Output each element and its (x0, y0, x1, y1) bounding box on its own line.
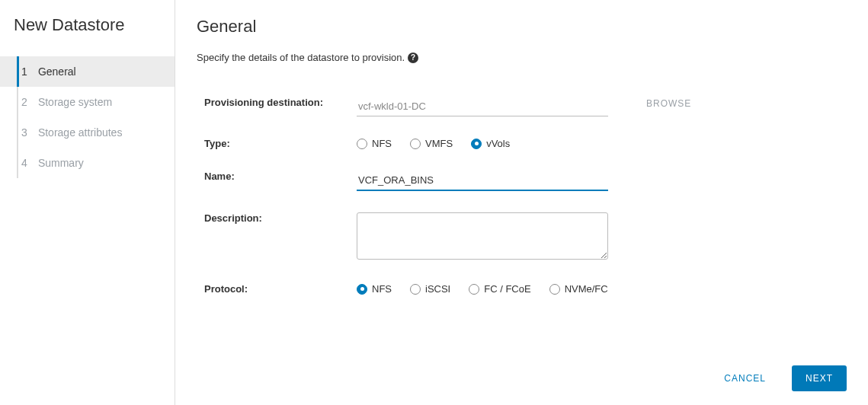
radio-icon (410, 139, 421, 149)
row-destination: Provisioning destination: BROWSE (197, 86, 847, 127)
radio-label: NVMe/FC (565, 283, 608, 295)
radio-icon (469, 284, 479, 295)
radio-label: NFS (372, 283, 392, 295)
radio-icon (410, 284, 421, 295)
step-general[interactable]: 1 General (0, 56, 175, 87)
row-description: Description: (197, 202, 847, 273)
step-storage-attributes[interactable]: 3 Storage attributes (0, 117, 175, 148)
radio-label: FC / FCoE (484, 283, 530, 295)
step-label: Storage attributes (38, 126, 123, 139)
radio-label: NFS (372, 138, 392, 149)
wizard-sidebar: New Datastore 1 General 2 Storage system… (0, 0, 175, 405)
step-num: 3 (21, 126, 32, 139)
step-num: 4 (21, 157, 32, 169)
radio-label: iSCSI (425, 283, 450, 295)
page-title: General (197, 17, 847, 37)
wizard-steps: 1 General 2 Storage system 3 Storage att… (0, 56, 175, 178)
step-num: 2 (21, 96, 32, 108)
name-input[interactable] (357, 171, 608, 191)
radio-icon (357, 139, 367, 149)
protocol-radio-nvme-fc[interactable]: NVMe/FC (549, 283, 608, 295)
radio-icon (471, 139, 482, 149)
protocol-radio-iscsi[interactable]: iSCSI (410, 283, 450, 295)
label-name: Name: (197, 171, 357, 182)
browse-button[interactable]: BROWSE (646, 98, 691, 109)
form: Provisioning destination: BROWSE Type: N… (197, 86, 847, 355)
help-icon[interactable]: ? (408, 53, 418, 63)
type-radio-nfs[interactable]: NFS (357, 138, 392, 149)
type-radio-group: NFS VMFS vVols (357, 138, 616, 149)
wizard-footer: CANCEL NEXT (197, 355, 847, 391)
protocol-radio-fc-fcoe[interactable]: FC / FCoE (469, 283, 530, 295)
row-type: Type: NFS VMFS vVols (197, 127, 847, 160)
type-radio-vvols[interactable]: vVols (471, 138, 510, 149)
cancel-button[interactable]: CANCEL (710, 365, 780, 391)
row-protocol: Protocol: NFS iSCSI FC / FCo (197, 273, 847, 305)
row-name: Name: (197, 160, 847, 202)
step-num: 1 (21, 65, 32, 78)
step-label: Summary (38, 157, 84, 169)
step-label: Storage system (38, 96, 112, 108)
radio-label: VMFS (425, 138, 453, 149)
label-destination: Provisioning destination: (197, 97, 357, 108)
radio-icon (549, 284, 560, 295)
main-panel: General Specify the details of the datas… (175, 0, 868, 405)
label-type: Type: (197, 138, 357, 149)
page-subtitle: Specify the details of the datastore to … (197, 52, 847, 63)
wizard-title: New Datastore (0, 15, 175, 56)
destination-input[interactable] (357, 97, 608, 116)
radio-label: vVols (486, 138, 510, 149)
label-description: Description: (197, 212, 357, 224)
next-button[interactable]: NEXT (792, 365, 847, 391)
description-textarea[interactable] (357, 212, 608, 260)
label-protocol: Protocol: (197, 283, 357, 295)
type-radio-vmfs[interactable]: VMFS (410, 138, 453, 149)
step-summary[interactable]: 4 Summary (0, 148, 175, 178)
subtitle-text: Specify the details of the datastore to … (197, 52, 405, 63)
step-label: General (38, 65, 76, 78)
protocol-radio-nfs[interactable]: NFS (357, 283, 392, 295)
protocol-radio-group: NFS iSCSI FC / FCoE NVMe/FC (357, 283, 847, 295)
radio-icon (357, 284, 367, 295)
step-storage-system[interactable]: 2 Storage system (0, 87, 175, 117)
